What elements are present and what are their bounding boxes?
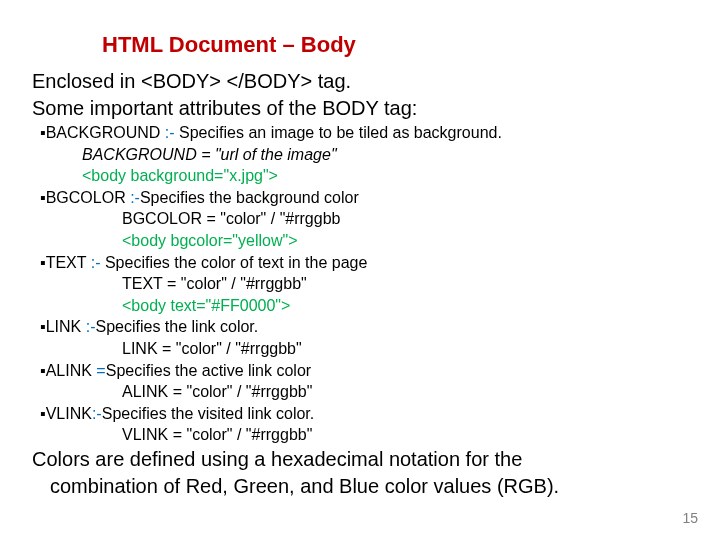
sep: :- (92, 405, 102, 422)
desc: Specifies the link color. (95, 318, 258, 335)
text: Some important attributes of the BODY ta… (32, 97, 417, 119)
bgc-code: <body bgcolor="yellow"> (122, 230, 688, 252)
attr-vlink: ▪VLINK:-Specifies the visited link color… (40, 403, 688, 425)
page-number: 15 (682, 510, 698, 526)
attr-bgcolor: ▪BGCOLOR :-Specifies the background colo… (40, 187, 688, 209)
text: Colors are defined using a hexadecimal n… (32, 448, 522, 470)
attr-name: BACKGROUND (46, 124, 165, 141)
attr-name: BGCOLOR (46, 189, 130, 206)
txt-syntax: TEXT = "color" / "#rrggbb" (122, 273, 688, 295)
txt-code: <body text="#FF0000"> (122, 295, 688, 317)
attr-name: TEXT (46, 254, 91, 271)
attr-name: LINK (46, 318, 86, 335)
bullet-enclosed: Enclosed in <BODY> </BODY> tag. (32, 68, 688, 95)
link-syntax: LINK = "color" / "#rrggbb" (122, 338, 688, 360)
desc: Specifies the active link color (106, 362, 311, 379)
vlink-syntax: VLINK = "color" / "#rrggbb" (122, 424, 688, 446)
attr-background: ▪BACKGROUND :- Specifies an image to be … (40, 122, 688, 144)
attr-name: ALINK (46, 362, 97, 379)
sep: :- (91, 254, 105, 271)
sep: :- (165, 124, 179, 141)
slide-title: HTML Document – Body (102, 32, 688, 58)
alink-syntax: ALINK = "color" / "#rrggbb" (122, 381, 688, 403)
sep: = (96, 362, 105, 379)
sep: :- (130, 189, 140, 206)
bullet-colors-cont: combination of Red, Green, and Blue colo… (50, 473, 688, 500)
desc: Specifies the visited link color. (102, 405, 315, 422)
attr-text: ▪TEXT :- Specifies the color of text in … (40, 252, 688, 274)
desc: Specifies the color of text in the page (105, 254, 367, 271)
slide-content: HTML Document – Body Enclosed in <BODY> … (0, 0, 720, 512)
bg-code: <body background="x.jpg"> (82, 165, 688, 187)
bg-syntax: BACKGROUND = "url of the image" (82, 144, 688, 166)
bullet-colors: Colors are defined using a hexadecimal n… (32, 446, 688, 473)
desc: Specifies an image to be tiled as backgr… (179, 124, 502, 141)
bgc-syntax: BGCOLOR = "color" / "#rrggbb (122, 208, 688, 230)
attr-link: ▪LINK :-Specifies the link color. (40, 316, 688, 338)
attr-alink: ▪ALINK =Specifies the active link color (40, 360, 688, 382)
sep: :- (86, 318, 96, 335)
attr-name: VLINK (46, 405, 92, 422)
bullet-attributes: Some important attributes of the BODY ta… (32, 95, 688, 122)
text: Enclosed in <BODY> </BODY> tag. (32, 70, 351, 92)
desc: Specifies the background color (140, 189, 359, 206)
